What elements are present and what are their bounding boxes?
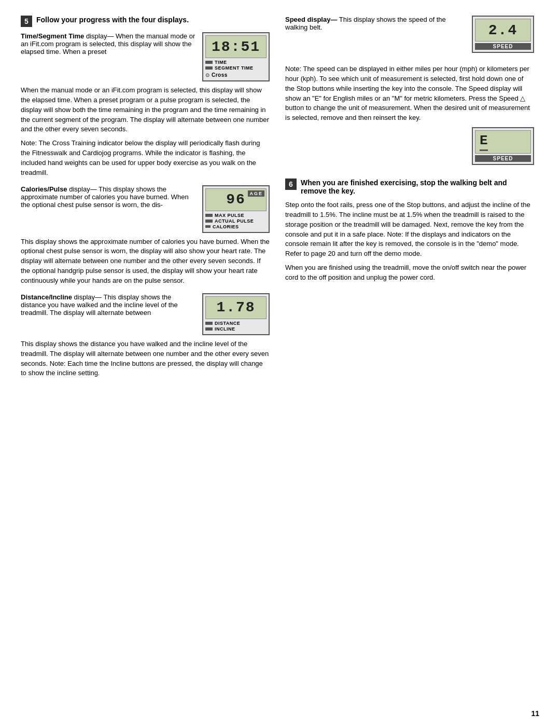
distance-label: DISTANCE <box>215 321 240 326</box>
calories-pulse-body: This display shows the approximate numbe… <box>21 237 270 286</box>
cross-label: Cross <box>212 72 228 78</box>
calories-label: CALORIES <box>213 224 239 229</box>
incline-label: INCLINE <box>215 326 235 332</box>
speed-label-2: SPEED <box>475 155 531 162</box>
time-segment-display: 18:51 TIME SEGMENT TIME ⊙ Cross <box>202 32 270 81</box>
calories-pulse-text: Calories/Pulse display— This display sho… <box>21 185 196 209</box>
step6-body2: When you are finished using the treadmil… <box>285 263 534 283</box>
actual-pulse-indicator <box>205 219 213 223</box>
distance-screen: 1.78 <box>205 296 267 319</box>
time-segment-labels: TIME SEGMENT TIME ⊙ Cross <box>205 60 267 78</box>
step6-body1: Step onto the foot rails, press one of t… <box>285 200 534 259</box>
calories-labels: MAX PULSE ACTUAL PULSE CALORIES <box>205 213 267 229</box>
speed-note: Note: The speed can be displayed in eith… <box>285 64 534 123</box>
max-pulse-label: MAX PULSE <box>215 213 244 218</box>
calories-pulse-heading: Calories/Pulse <box>21 185 67 193</box>
age-badge: AGE <box>248 190 264 197</box>
step6-section: 6 When you are finished exercising, stop… <box>285 178 534 283</box>
incline-indicator <box>205 327 213 331</box>
distance-incline-section: Distance/Incline display— This display s… <box>21 293 270 378</box>
calories-pulse-section: Calories/Pulse display— This display sho… <box>21 185 270 286</box>
time-segment-screen: 18:51 <box>205 35 267 58</box>
speed-screen-2: E <box>475 130 531 154</box>
actual-pulse-label: ACTUAL PULSE <box>215 218 254 224</box>
speed-e-value: E <box>480 133 488 151</box>
speed-heading: Speed display— <box>285 16 337 23</box>
time-segment-note: Note: The Cross Training indicator below… <box>21 139 270 177</box>
max-pulse-indicator <box>205 214 213 217</box>
distance-display: 1.78 DISTANCE INCLINE <box>202 293 270 335</box>
time-segment-text: Time/Segment Time display— When the manu… <box>21 32 196 56</box>
segment-indicator <box>205 66 213 70</box>
step5-number: 5 <box>21 16 32 27</box>
step6-header: 6 When you are finished exercising, stop… <box>285 178 534 195</box>
step6-number: 6 <box>285 178 297 190</box>
time-segment-subheading: display— <box>86 32 114 40</box>
distance-incline-subheading: display— <box>74 293 102 301</box>
speed-section: Speed display— This display shows the sp… <box>285 16 534 171</box>
page-number: 11 <box>531 709 539 718</box>
distance-incline-body: This display shows the distance you have… <box>21 339 270 378</box>
right-column: Speed display— This display shows the sp… <box>285 16 534 386</box>
segment-label: SEGMENT TIME <box>215 65 254 71</box>
time-segment-body: When the manual mode or an iFit.com prog… <box>21 86 270 134</box>
calories-pulse-subheading: display— <box>69 185 96 193</box>
distance-incline-text: Distance/Incline display— This display s… <box>21 293 196 317</box>
step5-header: 5 Follow your progress with the four dis… <box>21 16 270 27</box>
distance-incline-heading: Distance/Incline <box>21 293 72 301</box>
time-label: TIME <box>215 60 227 65</box>
time-segment-heading: Time/Segment Time <box>21 32 84 40</box>
distance-labels: DISTANCE INCLINE <box>205 321 267 332</box>
speed-display-2: E SPEED <box>472 127 534 165</box>
speed-label-1: SPEED <box>475 43 531 50</box>
step6-title: When you are finished exercising, stop t… <box>301 178 534 195</box>
cross-icon: ⊙ <box>205 72 209 78</box>
left-column: 5 Follow your progress with the four dis… <box>21 16 270 386</box>
time-segment-section: Time/Segment Time display— When the manu… <box>21 32 270 178</box>
speed-display-1: 2.4 SPEED <box>472 16 534 53</box>
time-indicator <box>205 61 213 64</box>
calories-display: 96AGE MAX PULSE ACTUAL PULSE <box>202 185 270 233</box>
calories-indicator <box>205 225 211 228</box>
distance-indicator <box>205 322 213 325</box>
speed-screen-1: 2.4 <box>475 19 531 42</box>
step5-title: Follow your progress with the four displ… <box>36 16 189 24</box>
speed-text: Speed display— This display shows the sp… <box>285 16 466 31</box>
calories-screen: 96AGE <box>205 188 267 211</box>
